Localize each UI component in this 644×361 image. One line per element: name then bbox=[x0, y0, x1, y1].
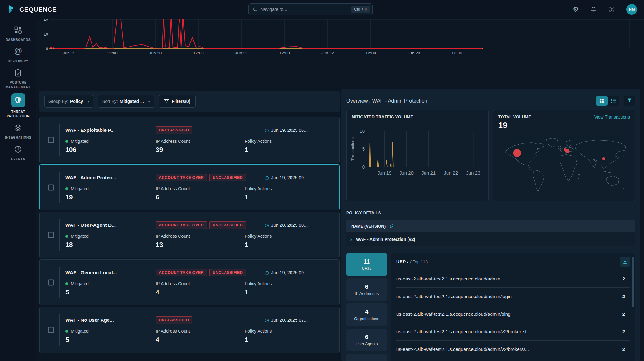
view-toggle bbox=[596, 96, 619, 106]
policy-title: WAF - Generic Local... bbox=[65, 270, 156, 275]
svg-text:10: 10 bbox=[44, 32, 48, 36]
stat-tab[interactable]: 6 User Agents bbox=[346, 329, 387, 351]
card-divider bbox=[59, 219, 60, 251]
policy-card[interactable]: WAF - Generic Local... ACCOUNT TAKE OVER… bbox=[39, 259, 340, 305]
policy-details-row[interactable]: › WAF - Admin Protection (v2) bbox=[346, 232, 635, 246]
policy-card[interactable]: WAF - No User Age... UNCLASSIFIED ◷ Jun … bbox=[39, 307, 340, 353]
ip-count-metric: IP Address Count 13 bbox=[156, 234, 245, 248]
help-icon[interactable]: ? bbox=[608, 6, 615, 13]
policy-list-panel: Group By: Policy ▾ Sort By: Mitigated ..… bbox=[39, 91, 340, 353]
view-transactions-link[interactable]: View Transactions bbox=[594, 114, 630, 130]
classification-badge: UNCLASSIFIED bbox=[209, 269, 246, 276]
uri-table: URI's ( Top 11 ) us-east-2.alb-waf-test2… bbox=[391, 253, 635, 361]
ip-count-metric: IP Address Count 4 bbox=[156, 329, 245, 343]
stat-tab[interactable]: 6 IP Addresses bbox=[346, 278, 387, 301]
stat-tab[interactable]: 4 Organizations bbox=[346, 303, 387, 326]
card-checkbox[interactable] bbox=[48, 185, 54, 191]
download-button[interactable] bbox=[620, 257, 630, 267]
policy-details-rows: › WAF - Admin Protection (v2) bbox=[346, 232, 635, 246]
chevron-down-icon: ▾ bbox=[148, 99, 150, 103]
svg-text:Jun 21: Jun 21 bbox=[421, 170, 436, 175]
sidebar-item-label: INTEGRATIONS bbox=[3, 135, 33, 140]
brand: CEQUENCE bbox=[8, 0, 57, 19]
scrollbar-thumb[interactable] bbox=[632, 257, 634, 307]
card-checkbox[interactable] bbox=[48, 327, 54, 333]
card-checkbox[interactable] bbox=[48, 280, 54, 286]
search-input[interactable] bbox=[260, 7, 348, 12]
policy-title: WAF - Admin Protec... bbox=[65, 175, 156, 181]
status-dot bbox=[65, 235, 68, 238]
svg-text:12:00: 12:00 bbox=[365, 51, 376, 55]
uri-rows: us-east-2.alb-waf-test2.1.s.cequence.clo… bbox=[396, 270, 630, 358]
badge-group: UNCLASSIFIED bbox=[156, 316, 245, 324]
clock-icon: ◷ bbox=[265, 175, 269, 181]
topbar: CEQUENCE Ctrl + K ⚙ ? bbox=[0, 0, 644, 19]
classification-badge: UNCLASSIFIED bbox=[156, 126, 192, 134]
sort-az-icon[interactable]: ↓AZ bbox=[389, 224, 393, 229]
sidebar-item-icon bbox=[11, 25, 25, 35]
classification-badge: UNCLASSIFIED bbox=[209, 221, 246, 229]
sidebar-item-icon bbox=[11, 93, 25, 107]
gear-icon[interactable]: ⚙ bbox=[573, 6, 579, 13]
sidebar-item[interactable]: THREAT PROTECTION bbox=[0, 93, 36, 118]
group-by-dropdown[interactable]: Group By: Policy ▾ bbox=[44, 95, 93, 108]
filters-button[interactable]: Filters(0) bbox=[159, 95, 196, 108]
name-version-column: NAME (VERSION) bbox=[351, 224, 386, 229]
card-checkbox[interactable] bbox=[48, 137, 54, 143]
mitigation-timestamp: ◷ Jun 19, 2025 09... bbox=[265, 270, 334, 275]
sidebar-item[interactable]: EVENTS bbox=[0, 144, 36, 161]
card-checkbox[interactable] bbox=[48, 232, 54, 238]
avatar[interactable]: HN bbox=[626, 4, 637, 15]
sidebar-item-icon bbox=[11, 144, 25, 154]
card-divider bbox=[59, 314, 60, 346]
chevron-right-icon[interactable]: › bbox=[350, 236, 352, 242]
policy-details-title: POLICY DETAILS bbox=[346, 210, 635, 215]
policy-title: WAF - No User Age... bbox=[65, 317, 156, 323]
search-shortcut: Ctrl + K bbox=[351, 6, 370, 13]
sidebar-item-label: POSTURE MANAGEMENT bbox=[3, 80, 33, 89]
grid-view-button[interactable] bbox=[596, 96, 608, 106]
policy-card[interactable]: WAF - User-Agent B... ACCOUNT TAKE OVERU… bbox=[39, 212, 340, 258]
policy-actions-metric: Policy Actions 1 bbox=[245, 139, 334, 153]
mitigated-metric: Mitigated 5 bbox=[65, 329, 156, 343]
sidebar-item[interactable]: INTEGRATIONS bbox=[0, 122, 36, 140]
svg-text:5: 5 bbox=[362, 146, 365, 152]
svg-text:12:00: 12:00 bbox=[452, 51, 462, 55]
filter-bar: Group By: Policy ▾ Sort By: Mitigated ..… bbox=[39, 91, 340, 112]
sidebar-item[interactable]: @ DISCOVERY bbox=[0, 46, 36, 63]
policy-card[interactable]: WAF - Admin Protec... ACCOUNT TAKE OVERU… bbox=[39, 164, 340, 210]
total-volume-value: 19 bbox=[498, 120, 531, 130]
uri-table-header: URI's ( Top 11 ) bbox=[396, 253, 630, 270]
clock-icon: ◷ bbox=[265, 127, 269, 133]
svg-text:12:00: 12:00 bbox=[279, 51, 290, 55]
sidebar-item-label: THREAT PROTECTION bbox=[3, 109, 33, 118]
mitigated-volume-chart: 0510Jun 19Jun 20Jun 21Jun 22Jun 23Transa… bbox=[349, 123, 487, 186]
sidebar-item[interactable]: POSTURE MANAGEMENT bbox=[0, 67, 36, 89]
svg-text:?: ? bbox=[611, 8, 613, 11]
clock-icon: ◷ bbox=[265, 317, 269, 323]
sidebar-item-icon bbox=[11, 67, 25, 78]
mitigated-metric: Mitigated 5 bbox=[65, 281, 156, 296]
svg-text:20: 20 bbox=[44, 19, 48, 22]
svg-text:10: 10 bbox=[359, 128, 365, 134]
classification-badge: ACCOUNT TAKE OVER bbox=[156, 174, 207, 181]
overview-filter-button[interactable] bbox=[624, 96, 635, 106]
classification-badge: ACCOUNT TAKE OVER bbox=[156, 221, 207, 229]
mitigation-timestamp: ◷ Jun 20, 2025 07... bbox=[265, 317, 334, 323]
stat-tab[interactable]: 11 URI's bbox=[346, 253, 387, 276]
svg-text:Jun 20: Jun 20 bbox=[149, 51, 162, 55]
sort-by-dropdown[interactable]: Sort By: Mitigated ... ▾ bbox=[98, 95, 154, 108]
stat-tab[interactable] bbox=[346, 354, 387, 361]
status-dot bbox=[65, 140, 68, 143]
badge-group: UNCLASSIFIED bbox=[156, 126, 245, 134]
policy-card[interactable]: WAF - Exploitable P... UNCLASSIFIED ◷ Ju… bbox=[39, 117, 340, 163]
sidebar-item[interactable]: DASHBOARDS bbox=[0, 25, 36, 42]
mitigated-traffic-volume-box: MITIGATED TRAFFIC VOLUME 0510Jun 19Jun 2… bbox=[346, 110, 489, 201]
status-dot bbox=[65, 187, 68, 190]
overview-title: Overview : WAF - Admin Protection bbox=[346, 98, 596, 104]
sidebar-item-label: DISCOVERY bbox=[3, 59, 33, 63]
list-view-button[interactable] bbox=[608, 96, 619, 106]
search-icon bbox=[253, 7, 258, 12]
card-divider bbox=[59, 172, 60, 203]
bell-icon[interactable] bbox=[590, 6, 597, 13]
